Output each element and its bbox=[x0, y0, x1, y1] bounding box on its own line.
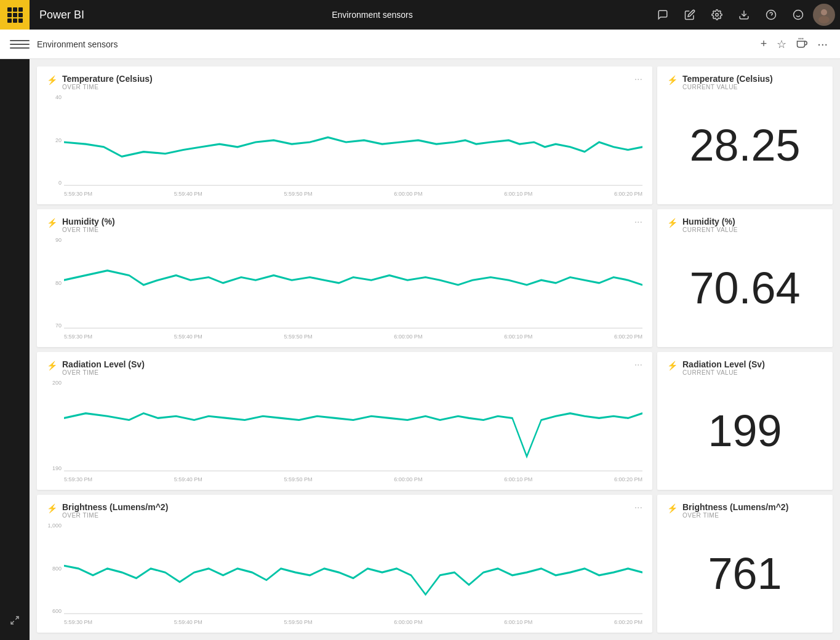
radiation-over-time-subtitle: OVER TIME bbox=[62, 369, 634, 376]
y-label-190: 190 bbox=[47, 465, 62, 471]
card-header: ⚡ Humidity (%) OVER TIME ··· bbox=[47, 217, 642, 233]
lightning-icon: ⚡ bbox=[667, 218, 678, 228]
brightness-current-title: Brightness (Lumens/m^2) bbox=[682, 502, 823, 512]
radiation-chart-svg-container: 5:59:30 PM 5:59:40 PM 5:59:50 PM 6:00:00… bbox=[64, 380, 642, 482]
radiation-current-subtitle: CURRENT VALUE bbox=[682, 369, 823, 376]
humidity-over-time-subtitle: OVER TIME bbox=[62, 226, 634, 233]
x-label-1: 5:59:30 PM bbox=[64, 191, 92, 197]
radiation-chart-wrapper: 200 190 5:59:30 PM 5:59:40 PM 5:59:50 PM… bbox=[47, 380, 642, 482]
app-launcher-grid bbox=[7, 7, 23, 23]
lightning-icon: ⚡ bbox=[47, 503, 57, 513]
y-label-40: 40 bbox=[47, 94, 62, 100]
brightness-over-time-title: Brightness (Lumens/m^2) bbox=[62, 502, 634, 512]
humidity-over-time-title: Humidity (%) bbox=[62, 217, 634, 226]
y-label-0: 0 bbox=[47, 180, 62, 186]
lightning-icon: ⚡ bbox=[667, 503, 678, 513]
card-header: ⚡ Brightness (Lumens/m^2) OVER TIME ··· bbox=[47, 502, 642, 519]
card-header: ⚡ Humidity (%) CURRENT VALUE bbox=[667, 217, 823, 233]
lightning-icon: ⚡ bbox=[47, 361, 57, 370]
card-title-group: Brightness (Lumens/m^2) OVER TIME bbox=[62, 502, 634, 519]
brightness-current-subtitle: OVER TIME bbox=[682, 512, 823, 519]
temp-y-axis: 40 20 0 bbox=[47, 94, 64, 197]
favorite-button[interactable]: ☆ bbox=[774, 35, 789, 54]
comment-icon-btn[interactable] bbox=[650, 2, 675, 27]
page-title: Environment sensors bbox=[37, 39, 758, 49]
edit-icon-btn[interactable] bbox=[678, 2, 702, 27]
humidity-current-title: Humidity (%) bbox=[682, 217, 823, 226]
humidity-y-axis: 90 80 70 bbox=[47, 237, 64, 340]
card-title-group: Humidity (%) CURRENT VALUE bbox=[682, 217, 823, 233]
main-layout: ⚡ Temperature (Celsius) OVER TIME ··· 40… bbox=[0, 59, 840, 640]
temp-line-chart bbox=[64, 94, 642, 190]
humidity-chart-svg-container: 5:59:30 PM 5:59:40 PM 5:59:50 PM 6:00:00… bbox=[64, 237, 642, 340]
temp-x-labels: 5:59:30 PM 5:59:40 PM 5:59:50 PM 6:00:00… bbox=[64, 191, 642, 197]
radiation-current-title: Radiation Level (Sv) bbox=[682, 359, 823, 369]
smiley-icon-btn[interactable] bbox=[786, 2, 810, 27]
y-label-20: 20 bbox=[47, 137, 62, 143]
brightness-current-card: ⚡ Brightness (Lumens/m^2) OVER TIME 761 bbox=[657, 495, 833, 633]
x-label-3: 5:59:50 PM bbox=[284, 191, 313, 197]
dashboard: ⚡ Temperature (Celsius) OVER TIME ··· 40… bbox=[30, 59, 840, 640]
brand-name: Power BI bbox=[39, 9, 84, 22]
app-launcher[interactable] bbox=[0, 0, 30, 30]
lightning-icon: ⚡ bbox=[47, 75, 57, 85]
card-title-group: Temperature (Celsius) CURRENT VALUE bbox=[682, 74, 823, 90]
lightning-icon: ⚡ bbox=[667, 361, 678, 370]
temp-current-subtitle: CURRENT VALUE bbox=[682, 84, 823, 90]
svg-point-7 bbox=[821, 9, 827, 15]
brightness-y-axis: 1,000 800 600 bbox=[47, 522, 64, 625]
card-title-group: Brightness (Lumens/m^2) OVER TIME bbox=[682, 502, 823, 519]
hamburger-menu[interactable] bbox=[10, 34, 30, 54]
brightness-chart-wrapper: 1,000 800 600 5:59:30 PM 5:59:40 PM 5:59… bbox=[47, 522, 642, 625]
temp-over-time-title: Temperature (Celsius) bbox=[62, 74, 634, 84]
radiation-current-card: ⚡ Radiation Level (Sv) CURRENT VALUE 199 bbox=[657, 352, 833, 490]
brightness-over-time-subtitle: OVER TIME bbox=[62, 512, 634, 519]
radiation-x-labels: 5:59:30 PM 5:59:40 PM 5:59:50 PM 6:00:00… bbox=[64, 476, 642, 482]
y-label-200: 200 bbox=[47, 380, 62, 386]
more-options-button[interactable]: ··· bbox=[815, 34, 830, 54]
user-avatar[interactable] bbox=[813, 4, 835, 26]
lightning-icon: ⚡ bbox=[667, 75, 678, 85]
svg-point-8 bbox=[818, 16, 830, 23]
brightness-line-chart bbox=[64, 522, 642, 618]
x-label-5: 6:00:10 PM bbox=[504, 191, 532, 197]
card-header: ⚡ Temperature (Celsius) OVER TIME ··· bbox=[47, 74, 642, 90]
card-more-btn[interactable]: ··· bbox=[634, 217, 642, 228]
x-label-2: 5:59:40 PM bbox=[174, 191, 202, 197]
card-header: ⚡ Temperature (Celsius) CURRENT VALUE bbox=[667, 74, 823, 90]
svg-line-13 bbox=[11, 621, 14, 624]
top-bar: Power BI Environment sensors bbox=[0, 0, 840, 30]
card-header: ⚡ Brightness (Lumens/m^2) OVER TIME bbox=[667, 502, 823, 519]
svg-point-4 bbox=[794, 10, 803, 20]
y-label-600: 600 bbox=[47, 608, 62, 614]
temp-chart-svg-container: 5:59:30 PM 5:59:40 PM 5:59:50 PM 6:00:00… bbox=[64, 94, 642, 197]
card-more-btn[interactable]: ··· bbox=[634, 74, 642, 85]
card-more-btn[interactable]: ··· bbox=[634, 359, 642, 370]
svg-point-0 bbox=[716, 14, 719, 17]
temp-over-time-subtitle: OVER TIME bbox=[62, 84, 634, 90]
svg-line-12 bbox=[15, 617, 18, 620]
card-more-btn[interactable]: ··· bbox=[634, 502, 642, 513]
brightness-value: 761 bbox=[667, 521, 823, 625]
card-title-group: Temperature (Celsius) OVER TIME bbox=[62, 74, 634, 90]
expand-icon[interactable] bbox=[2, 608, 27, 633]
share-button[interactable] bbox=[794, 35, 810, 53]
temp-current-title: Temperature (Celsius) bbox=[682, 74, 823, 84]
help-icon-btn[interactable] bbox=[759, 2, 783, 27]
x-label-6: 6:00:20 PM bbox=[614, 191, 642, 197]
card-header: ⚡ Radiation Level (Sv) OVER TIME ··· bbox=[47, 359, 642, 376]
second-bar-actions: + ☆ ··· bbox=[758, 34, 830, 54]
y-label-80: 80 bbox=[47, 280, 62, 286]
humidity-over-time-card: ⚡ Humidity (%) OVER TIME ··· 90 80 70 bbox=[37, 209, 652, 347]
humidity-value: 70.64 bbox=[667, 236, 823, 340]
temp-current-card: ⚡ Temperature (Celsius) CURRENT VALUE 28… bbox=[657, 66, 833, 204]
brand: Power BI bbox=[30, 9, 94, 22]
settings-icon-btn[interactable] bbox=[705, 2, 729, 27]
card-header: ⚡ Radiation Level (Sv) CURRENT VALUE bbox=[667, 359, 823, 376]
brightness-chart-svg-container: 5:59:30 PM 5:59:40 PM 5:59:50 PM 6:00:00… bbox=[64, 522, 642, 625]
radiation-y-axis: 200 190 bbox=[47, 380, 64, 482]
add-button[interactable]: + bbox=[758, 35, 770, 53]
nav-title: Environment sensors bbox=[94, 10, 650, 20]
download-icon-btn[interactable] bbox=[732, 2, 756, 27]
radiation-over-time-card: ⚡ Radiation Level (Sv) OVER TIME ··· 200… bbox=[37, 352, 652, 490]
